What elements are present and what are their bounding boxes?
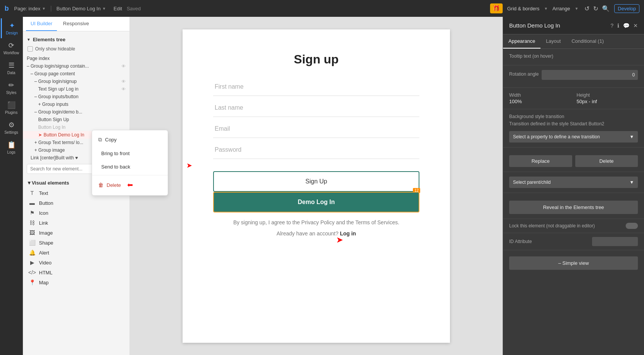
tree-item-group-inputs-button[interactable]: – Group inputs/button bbox=[23, 93, 129, 101]
edit-label: Edit bbox=[113, 6, 122, 11]
html-icon: </> bbox=[28, 269, 36, 276]
link-icon: ⛓ bbox=[28, 220, 36, 226]
eye-icon[interactable]: 👁 bbox=[121, 64, 126, 68]
tree-item-group-login-signup[interactable]: – Group login/signup 👁 bbox=[23, 78, 129, 85]
sidebar-item-logs[interactable]: 📋 Logs bbox=[1, 138, 22, 157]
rotation-input[interactable] bbox=[542, 70, 638, 80]
search-icon[interactable]: 🔍 bbox=[602, 5, 610, 12]
height-label: Height bbox=[577, 92, 638, 98]
tab-appearance[interactable]: Appearance bbox=[503, 34, 540, 49]
tab-ui-builder[interactable]: UI Builder bbox=[26, 17, 57, 31]
sidebar-item-settings[interactable]: ⚙ Settings bbox=[1, 118, 22, 138]
ctx-send-to-back[interactable]: Send to back bbox=[92, 160, 168, 173]
rp-title: Button Demo Log In bbox=[509, 22, 610, 29]
tooltip-section: Tooltip text (on hover) bbox=[503, 49, 644, 65]
help-icon[interactable]: ? bbox=[610, 23, 613, 29]
ve-item-icon[interactable]: ⚑ Icon bbox=[23, 208, 129, 218]
text-icon: T bbox=[28, 190, 36, 196]
plugins-icon: ⬛ bbox=[7, 101, 16, 109]
last-name-field[interactable]: Last name bbox=[213, 99, 419, 117]
ve-item-link[interactable]: ⛓ Link bbox=[23, 218, 129, 228]
info-icon[interactable]: ℹ bbox=[617, 23, 619, 29]
ve-item-alert[interactable]: 🔔 Alert bbox=[23, 248, 129, 258]
ve-item-map[interactable]: 📍 Map bbox=[23, 277, 129, 287]
eye-icon-3[interactable]: 👁 bbox=[121, 87, 126, 91]
only-hideable-checkbox[interactable] bbox=[28, 46, 33, 52]
replace-button[interactable]: Replace bbox=[509, 155, 572, 167]
sidebar-item-data[interactable]: ☰ Data bbox=[1, 58, 22, 78]
grid-chevron[interactable]: ▼ bbox=[544, 6, 548, 11]
video-icon: ▶ bbox=[28, 259, 36, 266]
develop-btn[interactable]: Develop bbox=[614, 4, 639, 13]
tab-conditional[interactable]: Conditional (1) bbox=[566, 34, 609, 49]
tree-item-group-login-signup-contain[interactable]: – Group login/signup contain... 👁 bbox=[23, 62, 129, 70]
eye-icon-2[interactable]: 👁 bbox=[121, 79, 126, 84]
redo-icon[interactable]: ↻ bbox=[593, 5, 598, 12]
ctx-copy[interactable]: ⧉ Copy bbox=[92, 133, 168, 147]
demo-login-wrapper: 12 Demo Log In bbox=[213, 192, 419, 212]
sidebar-item-design[interactable]: ✦ Design bbox=[1, 18, 22, 38]
lock-toggle[interactable] bbox=[626, 223, 638, 229]
workflow-selector[interactable]: Button Demo Log In ▼ bbox=[57, 6, 106, 11]
transition-note: Transition defined in the style Standart… bbox=[509, 121, 638, 127]
ve-item-video[interactable]: ▶ Video bbox=[23, 258, 129, 267]
ve-item-image[interactable]: 🖼 Image bbox=[23, 228, 129, 238]
rp-body: Tooltip text (on hover) Rotation angle W… bbox=[503, 49, 644, 355]
tree-collapse-icon[interactable]: ▼ bbox=[27, 37, 31, 42]
id-input[interactable] bbox=[592, 237, 638, 246]
tab-layout[interactable]: Layout bbox=[540, 34, 566, 49]
delete-arrow: ⬅ bbox=[127, 181, 133, 189]
ve-item-shape[interactable]: ⬜ Shape bbox=[23, 238, 129, 248]
width-value: 100% bbox=[509, 99, 571, 104]
ve-item-button[interactable]: ▬ Button bbox=[23, 198, 129, 208]
ctx-bring-to-front[interactable]: Bring to front bbox=[92, 147, 168, 160]
ve-collapse-icon[interactable]: ▼ bbox=[27, 180, 32, 186]
page-chevron[interactable]: ▼ bbox=[42, 6, 46, 11]
arrange-chevron[interactable]: ▼ bbox=[574, 6, 578, 11]
id-label: ID Attribute bbox=[509, 239, 589, 244]
close-icon[interactable]: ✕ bbox=[633, 23, 638, 29]
ctx-delete[interactable]: 🗑 Delete ⬅ bbox=[92, 177, 168, 193]
sidebar-item-styles[interactable]: ✏ Styles bbox=[1, 78, 22, 98]
width-label: Width bbox=[509, 92, 571, 98]
page-selector[interactable]: Page: index ▼ bbox=[14, 6, 46, 11]
button-icon: ▬ bbox=[28, 200, 36, 206]
tree-item-page-index[interactable]: Page index bbox=[23, 55, 129, 62]
grid-borders-btn[interactable]: Grid & borders bbox=[507, 6, 540, 11]
parent-child-select[interactable]: Select parent/child ▼ bbox=[509, 177, 638, 188]
rotation-label: Rotation angle bbox=[509, 71, 539, 77]
terms-text: By signing up, I agree to the Privacy Po… bbox=[233, 219, 400, 227]
tree-item-button-signup[interactable]: Button Sign Up bbox=[23, 116, 129, 123]
signup-button[interactable]: Sign Up bbox=[213, 171, 419, 192]
undo-icon[interactable]: ↺ bbox=[584, 5, 589, 12]
already-text: Already have an account? Log in bbox=[277, 230, 356, 237]
elements-tree-header: ▼ Elements tree bbox=[23, 34, 129, 45]
tree-item-group-page-content[interactable]: – Group page content bbox=[23, 70, 129, 78]
sidebar-item-workflow[interactable]: ⟳ Workflow bbox=[1, 38, 22, 58]
lock-row: Lock this element (not draggable in edit… bbox=[503, 219, 644, 233]
tree-item-group-login-demo[interactable]: – Group login/demo b... bbox=[23, 108, 129, 116]
transition-select[interactable]: Select a property to define a new transi… bbox=[509, 131, 638, 143]
ve-item-html[interactable]: </> HTML bbox=[23, 267, 129, 277]
transition-select-chevron: ▼ bbox=[629, 134, 634, 139]
tab-responsive[interactable]: Responsive bbox=[58, 17, 94, 31]
arrange-btn[interactable]: Arrange bbox=[552, 6, 570, 11]
settings-label: Settings bbox=[4, 130, 18, 135]
password-field[interactable]: Password bbox=[213, 141, 419, 159]
demo-login-button[interactable]: Demo Log In bbox=[213, 192, 419, 212]
workflow-chevron[interactable]: ▼ bbox=[102, 6, 106, 11]
gift-icon[interactable]: 🎁 bbox=[490, 3, 503, 13]
bg-transition-section: Background style transition Transition d… bbox=[503, 109, 644, 148]
tree-item-group-inputs[interactable]: + Group inputs bbox=[23, 101, 129, 108]
comment-icon[interactable]: 💬 bbox=[623, 23, 629, 29]
simple-view-button[interactable]: – Simple view bbox=[509, 256, 638, 270]
rp-header-icons: ? ℹ 💬 ✕ bbox=[610, 23, 638, 29]
alert-icon: 🔔 bbox=[28, 250, 36, 256]
logs-icon: 📋 bbox=[7, 141, 16, 149]
first-name-field[interactable]: First name bbox=[213, 78, 419, 96]
delete-button[interactable]: Delete bbox=[575, 155, 638, 167]
sidebar-item-plugins[interactable]: ⬛ Plugins bbox=[1, 98, 22, 118]
email-field[interactable]: Email bbox=[213, 120, 419, 138]
reveal-button[interactable]: Reveal in the Elements tree bbox=[509, 201, 638, 214]
tree-item-text-signup[interactable]: Text Sign up/ Log in 👁 bbox=[23, 85, 129, 93]
